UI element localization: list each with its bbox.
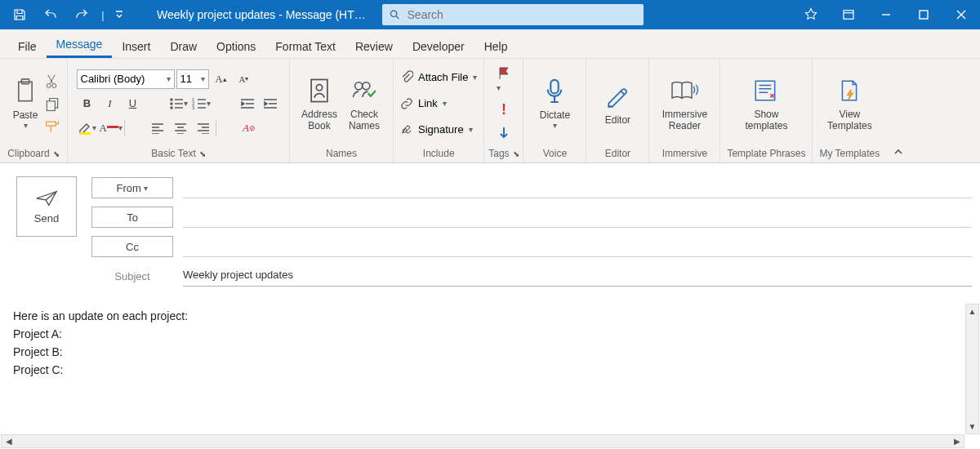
book-speaker-icon xyxy=(670,76,699,105)
dialog-launcher-icon[interactable]: ⬊ xyxy=(199,149,206,158)
qat-customize-icon[interactable] xyxy=(111,3,127,26)
address-book-button[interactable]: Address Book xyxy=(296,73,342,135)
tab-message[interactable]: Message xyxy=(47,31,113,58)
align-center-icon[interactable] xyxy=(170,118,191,138)
format-painter-icon[interactable] xyxy=(44,119,60,134)
from-button[interactable]: From ▾ xyxy=(91,177,173,198)
check-names-label: Check Names xyxy=(349,109,380,131)
page-lightning-icon xyxy=(838,76,861,105)
font-selector[interactable]: Calibri (Body)▾ xyxy=(77,69,175,89)
check-names-button[interactable]: Check Names xyxy=(342,73,386,135)
signature-button[interactable]: Signature▾ xyxy=(400,119,477,140)
svg-point-17 xyxy=(355,82,363,89)
scroll-track[interactable] xyxy=(16,435,950,447)
numbering-icon[interactable]: 123▾ xyxy=(191,94,212,113)
undo-icon[interactable] xyxy=(38,3,64,26)
to-button[interactable]: To xyxy=(91,207,173,228)
close-button[interactable] xyxy=(942,0,980,29)
group-tags-label: Tags xyxy=(488,148,509,159)
group-clipboard-label: Clipboard xyxy=(7,148,49,159)
svg-point-9 xyxy=(171,103,172,104)
group-clipboard: Paste ▾ Clipboard⬊ xyxy=(0,59,68,162)
follow-up-flag-icon[interactable]: ▾ xyxy=(497,66,511,93)
decrease-indent-icon[interactable] xyxy=(237,94,258,113)
subject-field[interactable]: Weekly project updates xyxy=(183,265,972,287)
font-size-selector[interactable]: 11▾ xyxy=(176,69,209,89)
align-right-icon[interactable] xyxy=(193,118,214,138)
address-book-label: Address Book xyxy=(301,109,337,131)
align-left-icon[interactable] xyxy=(147,118,168,138)
group-immersive-label: Immersive xyxy=(662,148,707,159)
high-importance-icon[interactable]: ! xyxy=(501,101,506,118)
cc-field[interactable] xyxy=(183,236,972,257)
bullets-icon[interactable]: ▾ xyxy=(168,94,189,113)
horizontal-scrollbar[interactable]: ◀ ▶ xyxy=(1,434,964,448)
tab-draw[interactable]: Draw xyxy=(160,33,207,58)
collapse-ribbon-icon[interactable] xyxy=(886,59,911,162)
bold-button[interactable]: B xyxy=(77,94,98,113)
address-book-icon xyxy=(307,76,332,105)
scroll-track[interactable] xyxy=(966,318,978,420)
display-options-icon[interactable] xyxy=(830,0,867,29)
tab-review[interactable]: Review xyxy=(345,33,403,58)
tab-file[interactable]: File xyxy=(8,33,47,58)
highlight-icon[interactable]: ▾ xyxy=(77,118,98,138)
underline-button[interactable]: U xyxy=(122,94,144,113)
svg-point-0 xyxy=(390,11,396,16)
from-field[interactable] xyxy=(183,177,972,198)
body-line: Project B: xyxy=(13,343,967,361)
paste-button[interactable]: Paste ▾ xyxy=(7,73,44,133)
font-color-icon[interactable]: A▾ xyxy=(100,118,122,138)
maximize-button[interactable] xyxy=(905,0,942,29)
coming-soon-icon[interactable] xyxy=(792,0,830,29)
dictate-button[interactable]: Dictate ▾ xyxy=(530,73,579,133)
search-box[interactable] xyxy=(382,4,644,25)
search-input[interactable] xyxy=(408,8,637,21)
cc-button[interactable]: Cc xyxy=(91,236,173,257)
grow-font-icon[interactable]: A▴ xyxy=(211,69,232,89)
message-body[interactable]: Here is an update on each project: Proje… xyxy=(0,299,980,387)
tab-help[interactable]: Help xyxy=(474,33,518,58)
show-templates-button[interactable]: Show templates xyxy=(733,73,799,135)
svg-rect-1 xyxy=(844,11,853,20)
low-importance-icon[interactable] xyxy=(498,127,510,141)
group-immersive: Immersive Reader Immersive xyxy=(649,59,720,162)
link-button[interactable]: Link▾ xyxy=(400,93,477,114)
cut-icon[interactable] xyxy=(44,73,59,90)
tab-developer[interactable]: Developer xyxy=(403,33,474,58)
svg-point-8 xyxy=(171,99,172,100)
link-label: Link xyxy=(418,97,438,109)
tab-format-text[interactable]: Format Text xyxy=(265,33,345,58)
editor-button[interactable]: Editor xyxy=(593,78,642,129)
link-icon xyxy=(400,97,413,110)
minimize-button[interactable] xyxy=(867,0,905,29)
clipboard-icon xyxy=(14,77,37,106)
chevron-down-icon: ▾ xyxy=(24,121,28,130)
redo-icon[interactable] xyxy=(69,3,95,26)
scroll-right-icon[interactable]: ▶ xyxy=(950,435,964,447)
attach-file-button[interactable]: Attach File▾ xyxy=(400,67,477,88)
send-button[interactable]: Send xyxy=(16,176,77,237)
clear-formatting-icon[interactable]: A⊘ xyxy=(238,118,260,138)
tab-insert[interactable]: Insert xyxy=(112,33,160,58)
scroll-down-icon[interactable]: ▼ xyxy=(966,420,978,433)
immersive-reader-button[interactable]: Immersive Reader xyxy=(656,73,713,135)
shrink-font-icon[interactable]: A▾ xyxy=(234,69,255,89)
save-icon[interactable] xyxy=(7,3,33,26)
group-my-templates-label: My Templates xyxy=(819,148,880,159)
dialog-launcher-icon[interactable]: ⬊ xyxy=(513,149,519,158)
svg-rect-3 xyxy=(19,82,32,100)
view-templates-button[interactable]: View Templates xyxy=(821,73,878,135)
vertical-scrollbar[interactable]: ▲ ▼ xyxy=(965,304,979,434)
dialog-launcher-icon[interactable]: ⬊ xyxy=(53,149,60,158)
copy-icon[interactable] xyxy=(44,96,60,113)
quick-access-toolbar: | xyxy=(0,3,134,26)
body-line: Project A: xyxy=(13,325,967,343)
view-templates-label: View Templates xyxy=(827,109,872,131)
scroll-left-icon[interactable]: ◀ xyxy=(2,435,16,447)
italic-button[interactable]: I xyxy=(100,94,121,113)
tab-options[interactable]: Options xyxy=(207,33,265,58)
to-field[interactable] xyxy=(183,207,972,228)
increase-indent-icon[interactable] xyxy=(260,94,281,113)
scroll-up-icon[interactable]: ▲ xyxy=(966,305,978,318)
